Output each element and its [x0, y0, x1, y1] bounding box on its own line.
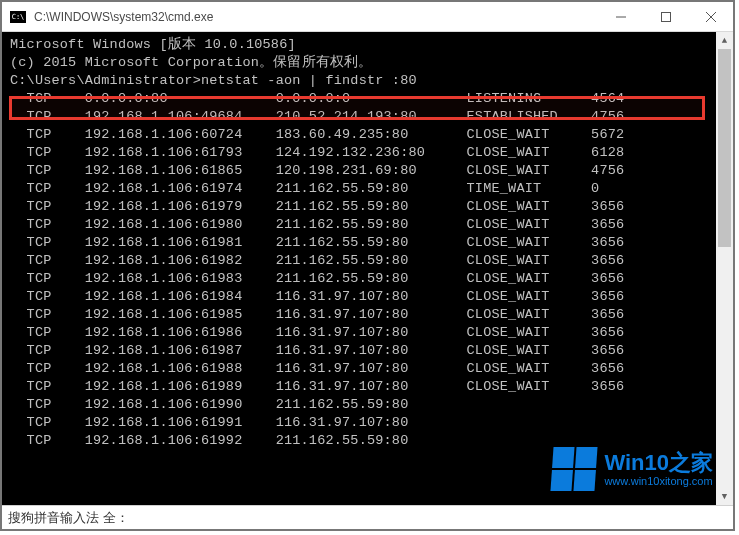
- ime-status-text: 搜狗拼音输入法 全：: [8, 509, 129, 527]
- netstat-row: TCP 192.168.1.106:61981 211.162.55.59:80…: [10, 234, 727, 252]
- netstat-row: TCP 192.168.1.106:61985 116.31.97.107:80…: [10, 306, 727, 324]
- netstat-row-highlighted: TCP 0.0.0.0:80 0.0.0.0:0 LISTENING 4564: [10, 90, 727, 108]
- netstat-row: TCP 192.168.1.106:61865 120.198.231.69:8…: [10, 162, 727, 180]
- netstat-row: TCP 192.168.1.106:61982 211.162.55.59:80…: [10, 252, 727, 270]
- netstat-row: TCP 192.168.1.106:61980 211.162.55.59:80…: [10, 216, 727, 234]
- netstat-row: TCP 192.168.1.106:61793 124.192.132.236:…: [10, 144, 727, 162]
- close-button[interactable]: [688, 2, 733, 32]
- window-title: C:\WINDOWS\system32\cmd.exe: [34, 10, 598, 24]
- netstat-row: TCP 192.168.1.106:49684 210.52.214.193:8…: [10, 108, 727, 126]
- netstat-row: TCP 192.168.1.106:61979 211.162.55.59:80…: [10, 198, 727, 216]
- maximize-button[interactable]: [643, 2, 688, 32]
- netstat-row: TCP 192.168.1.106:61992 211.162.55.59:80: [10, 432, 727, 450]
- scroll-up-arrow[interactable]: ▲: [716, 32, 733, 49]
- netstat-row: TCP 192.168.1.106:61988 116.31.97.107:80…: [10, 360, 727, 378]
- command-line: C:\Users\Administrator>netstat -aon | fi…: [10, 72, 727, 90]
- netstat-row: TCP 192.168.1.106:61989 116.31.97.107:80…: [10, 378, 727, 396]
- scroll-thumb[interactable]: [718, 49, 731, 247]
- netstat-row: TCP 192.168.1.106:61991 116.31.97.107:80: [10, 414, 727, 432]
- netstat-row: TCP 192.168.1.106:61986 116.31.97.107:80…: [10, 324, 727, 342]
- cmd-icon: [10, 11, 26, 23]
- terminal-output[interactable]: Microsoft Windows [版本 10.0.10586] (c) 20…: [2, 32, 733, 505]
- header-line: (c) 2015 Microsoft Corporation。保留所有权利。: [10, 54, 727, 72]
- window-controls: [598, 2, 733, 31]
- netstat-row: TCP 192.168.1.106:61987 116.31.97.107:80…: [10, 342, 727, 360]
- scroll-track[interactable]: [716, 49, 733, 488]
- vertical-scrollbar[interactable]: ▲ ▼: [716, 32, 733, 505]
- header-line: Microsoft Windows [版本 10.0.10586]: [10, 36, 727, 54]
- ime-statusbar[interactable]: 搜狗拼音输入法 全：: [2, 505, 733, 529]
- netstat-row: TCP 192.168.1.106:61983 211.162.55.59:80…: [10, 270, 727, 288]
- netstat-row: TCP 192.168.1.106:61990 211.162.55.59:80: [10, 396, 727, 414]
- svg-rect-1: [661, 13, 670, 22]
- netstat-row: TCP 192.168.1.106:60724 183.60.49.235:80…: [10, 126, 727, 144]
- netstat-row: TCP 192.168.1.106:61974 211.162.55.59:80…: [10, 180, 727, 198]
- scroll-down-arrow[interactable]: ▼: [716, 488, 733, 505]
- cmd-window: C:\WINDOWS\system32\cmd.exe Microsoft Wi…: [2, 2, 733, 529]
- titlebar[interactable]: C:\WINDOWS\system32\cmd.exe: [2, 2, 733, 32]
- minimize-button[interactable]: [598, 2, 643, 32]
- netstat-row: TCP 192.168.1.106:61984 116.31.97.107:80…: [10, 288, 727, 306]
